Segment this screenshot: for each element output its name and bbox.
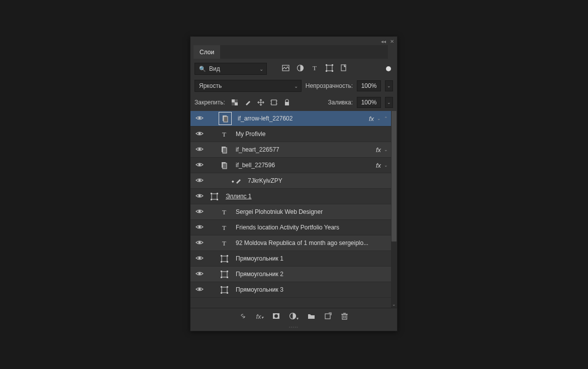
layer-row[interactable]: if_heart_226577fx⌄ bbox=[190, 142, 391, 158]
fill-label: Заливка: bbox=[328, 99, 353, 106]
layer-row[interactable]: T92 Moldova Republica of 1 month ago ser… bbox=[190, 235, 391, 251]
lock-position-icon[interactable] bbox=[257, 99, 264, 106]
resize-grip[interactable]: ▪▪▪▪▪ bbox=[190, 325, 397, 331]
svg-point-44 bbox=[199, 225, 201, 228]
layer-row[interactable]: if_arrow-left_227602fx⌄⌃ bbox=[190, 111, 391, 127]
filter-bar: 🔍 Вид ⌄ T bbox=[190, 59, 397, 78]
layer-row[interactable]: Прямоугольник 3 bbox=[190, 282, 391, 298]
layer-name[interactable]: if_heart_226577 bbox=[236, 146, 279, 153]
add-adjustment-icon[interactable]: ▾ bbox=[289, 312, 299, 321]
filter-smart-icon[interactable] bbox=[340, 64, 348, 73]
fx-badge[interactable]: fx bbox=[369, 115, 377, 122]
add-layer-icon[interactable] bbox=[324, 312, 332, 321]
svg-point-60 bbox=[199, 288, 201, 290]
layer-name[interactable]: Эллипс 1 bbox=[226, 193, 251, 200]
visibility-toggle[interactable] bbox=[190, 208, 209, 216]
add-group-icon[interactable] bbox=[308, 312, 315, 321]
filter-adjust-icon[interactable] bbox=[297, 64, 304, 73]
layer-row[interactable]: Прямоугольник 1 bbox=[190, 251, 391, 267]
layer-name[interactable]: Sergei Plohotniuk Web Designer bbox=[236, 208, 323, 215]
svg-rect-34 bbox=[223, 163, 227, 169]
filter-toggle[interactable] bbox=[386, 66, 391, 71]
svg-point-32 bbox=[199, 163, 201, 166]
close-icon[interactable]: ✕ bbox=[390, 39, 394, 44]
visibility-toggle[interactable] bbox=[190, 255, 209, 263]
visibility-toggle[interactable] bbox=[190, 239, 209, 247]
svg-rect-62 bbox=[221, 286, 222, 288]
chevron-down-icon[interactable]: ⌄ bbox=[384, 147, 391, 152]
visibility-toggle[interactable] bbox=[190, 131, 209, 138]
svg-rect-61 bbox=[222, 287, 227, 293]
layer-name[interactable]: if_arrow-left_227602 bbox=[238, 115, 292, 122]
visibility-toggle[interactable] bbox=[190, 177, 209, 185]
lock-transparency-icon[interactable] bbox=[231, 99, 238, 106]
chevron-up-icon[interactable]: ⌃ bbox=[384, 116, 391, 121]
layer-row[interactable]: TFriends location Activity Portfolio Yea… bbox=[190, 220, 391, 235]
opacity-input[interactable]: 100% bbox=[357, 80, 381, 91]
layer-name[interactable]: Прямоугольник 1 bbox=[236, 255, 283, 262]
panel-menu-icon[interactable] bbox=[388, 46, 394, 59]
layer-type-icon bbox=[219, 284, 230, 295]
visibility-toggle[interactable] bbox=[190, 271, 209, 278]
svg-point-46 bbox=[199, 241, 201, 243]
lock-artboard-icon[interactable] bbox=[270, 99, 277, 106]
lock-brush-icon[interactable] bbox=[244, 99, 251, 106]
blend-mode-select[interactable]: Яркость ⌄ bbox=[194, 80, 302, 92]
layer-row[interactable]: if_bell_227596fx⌄ bbox=[190, 158, 391, 173]
scroll-down-icon[interactable]: ⌄ bbox=[391, 302, 397, 307]
chevron-down-icon[interactable]: ⌄ bbox=[377, 116, 384, 121]
lock-all-icon[interactable] bbox=[283, 99, 290, 106]
filter-shape-icon[interactable] bbox=[326, 64, 333, 73]
scrollbar-thumb[interactable] bbox=[391, 111, 397, 241]
visibility-toggle[interactable] bbox=[190, 286, 209, 294]
lock-label: Закрепить: bbox=[194, 99, 225, 106]
add-mask-icon[interactable] bbox=[272, 312, 280, 321]
blend-bar: Яркость ⌄ Непрозрачность: 100% ⌄ bbox=[190, 78, 397, 95]
visibility-toggle[interactable] bbox=[190, 224, 209, 231]
tab-layers[interactable]: Слои bbox=[193, 45, 220, 59]
svg-rect-64 bbox=[221, 292, 222, 294]
fill-stepper[interactable]: ⌄ bbox=[385, 97, 393, 108]
svg-point-29 bbox=[199, 148, 201, 150]
layer-name[interactable]: 7JkrKyivZPY bbox=[248, 177, 282, 184]
svg-rect-52 bbox=[221, 261, 222, 263]
svg-rect-8 bbox=[332, 64, 333, 66]
layer-name[interactable]: 92 Moldova Republica of 1 month ago serg… bbox=[236, 239, 368, 247]
opacity-stepper[interactable]: ⌄ bbox=[385, 80, 393, 91]
filter-kind-select[interactable]: 🔍 Вид ⌄ bbox=[194, 63, 267, 75]
svg-rect-55 bbox=[222, 272, 227, 277]
fx-badge[interactable]: fx bbox=[376, 146, 384, 154]
layer-name[interactable]: if_bell_227596 bbox=[236, 162, 275, 169]
link-layers-icon[interactable] bbox=[239, 312, 247, 321]
layer-row[interactable]: Прямоугольник 2 bbox=[190, 267, 391, 282]
visibility-toggle[interactable] bbox=[190, 193, 209, 200]
svg-rect-13 bbox=[235, 102, 238, 105]
scrollbar[interactable]: ⌄ bbox=[391, 111, 397, 308]
layer-name[interactable]: Friends location Activity Portfolio Year… bbox=[236, 224, 339, 231]
visibility-toggle[interactable] bbox=[190, 146, 209, 154]
layer-row[interactable]: TSergei Plohotniuk Web Designer bbox=[190, 204, 391, 220]
layer-name[interactable]: Прямоугольник 2 bbox=[236, 271, 283, 278]
filter-text-icon[interactable]: T bbox=[311, 64, 319, 73]
fx-badge[interactable]: fx bbox=[376, 162, 384, 169]
tabs-spacer bbox=[220, 45, 388, 59]
fill-input[interactable]: 100% bbox=[357, 97, 381, 108]
visibility-toggle[interactable] bbox=[190, 162, 209, 169]
layer-name[interactable]: Прямоугольник 3 bbox=[236, 286, 283, 293]
filter-pixel-icon[interactable] bbox=[282, 64, 289, 73]
layer-row[interactable]: Эллипс 1 bbox=[190, 189, 391, 204]
svg-rect-41 bbox=[217, 199, 218, 200]
svg-rect-23 bbox=[285, 102, 289, 105]
layer-row[interactable]: ⬥ 7JkrKyivZPY bbox=[190, 173, 391, 189]
collapse-icon[interactable]: ◂◂ bbox=[381, 39, 386, 44]
layer-name[interactable]: My Profivle bbox=[236, 131, 265, 138]
filter-kind-value: Вид bbox=[209, 65, 220, 72]
layer-row[interactable]: TMy Profivle bbox=[190, 127, 391, 142]
svg-rect-6 bbox=[327, 65, 332, 71]
svg-rect-63 bbox=[227, 286, 228, 288]
visibility-toggle[interactable] bbox=[190, 115, 209, 122]
add-fx-icon[interactable]: fx▾ bbox=[256, 313, 263, 320]
chevron-down-icon[interactable]: ⌄ bbox=[384, 163, 391, 168]
svg-rect-65 bbox=[227, 292, 228, 294]
delete-layer-icon[interactable] bbox=[341, 312, 348, 321]
